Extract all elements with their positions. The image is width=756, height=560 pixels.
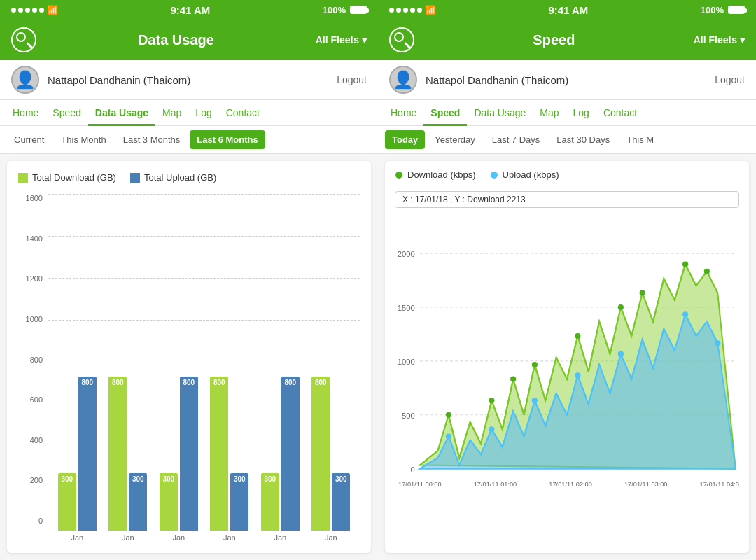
bar-download-1: 300	[58, 473, 76, 531]
right-legend-upload: Upload (kbps)	[490, 169, 559, 180]
user-icon: 👤	[15, 70, 36, 90]
download-dot-2	[489, 398, 494, 403]
right-nav-speed[interactable]: Speed	[424, 100, 467, 126]
left-nav-map[interactable]: Map	[155, 100, 188, 126]
bar-upload-6: 300	[332, 473, 350, 531]
right-user-icon: 👤	[393, 70, 414, 90]
wifi-icon: 📶	[47, 5, 58, 15]
left-y-axis: 1600 1400 1200 1000 800 600 400 200 0	[18, 194, 43, 542]
upload-dot-2	[489, 426, 494, 432]
bar-upload-5: 800	[281, 377, 300, 531]
upload-dot-1	[446, 433, 451, 439]
left-nav-tabs: Home Speed Data Usage Map Log Contact	[0, 100, 378, 126]
bar-download-3: 300	[160, 473, 178, 531]
right-period-this[interactable]: This M	[620, 130, 661, 149]
download-color-swatch	[18, 173, 28, 183]
bar-group-4: 800 300	[210, 377, 248, 531]
download-dot-5	[575, 333, 580, 339]
left-period-this-month[interactable]: This Month	[54, 130, 113, 149]
left-logout-button[interactable]: Logout	[337, 74, 367, 85]
left-nav-data-usage[interactable]: Data Usage	[88, 100, 155, 126]
right-nav-log[interactable]: Log	[566, 100, 596, 126]
svg-point-0	[396, 172, 402, 178]
right-status-left: 📶	[389, 5, 436, 15]
download-dot-6	[618, 304, 624, 310]
right-wifi-icon: 📶	[425, 5, 436, 15]
right-period-last-7[interactable]: Last 7 Days	[485, 130, 547, 149]
right-battery-icon	[728, 6, 745, 14]
bar-upload-1: 800	[78, 377, 97, 531]
right-period-tabs: Today Yesterday Last 7 Days Last 30 Days…	[378, 126, 756, 154]
left-nav-contact[interactable]: Contact	[219, 100, 267, 126]
bar-upload-2: 300	[129, 473, 147, 531]
right-user-bar: 👤 Nattapol Dandhanin (Thaicom) Logout	[378, 60, 756, 100]
left-period-tabs: Current This Month Last 3 Months Last 6 …	[0, 126, 378, 154]
x-label-1: 17/01/11 01:00	[474, 481, 517, 488]
right-period-last-30[interactable]: Last 30 Days	[550, 130, 617, 149]
speed-tooltip: X : 17/01/18 , Y : Download 2213	[395, 191, 739, 208]
right-download-dot-icon	[395, 171, 403, 179]
right-logout-button[interactable]: Logout	[715, 74, 745, 85]
x-label-3: 17/01/11 03:00	[624, 481, 668, 488]
left-phone: 📶 9:41 AM 100% Data Usage All Fleets ▾ 👤…	[0, 0, 378, 560]
right-user-name: Nattapol Dandhanin (Thaicom)	[426, 74, 715, 86]
y-label-500: 500	[402, 412, 415, 420]
bar-download-6: 800	[312, 377, 330, 531]
right-app-title: Speed	[414, 32, 694, 48]
right-nav-contact[interactable]: Contact	[596, 100, 644, 126]
left-status-bar: 📶 9:41 AM 100%	[0, 0, 378, 20]
download-dot-9	[704, 269, 710, 274]
right-upload-dot-icon	[490, 171, 498, 179]
left-period-current[interactable]: Current	[7, 130, 51, 149]
bar-download-5: 300	[261, 473, 279, 531]
left-nav-log[interactable]: Log	[188, 100, 218, 126]
bar-group-3: 300 800	[160, 377, 198, 531]
right-nav-home[interactable]: Home	[384, 100, 424, 126]
left-battery-icon	[350, 6, 367, 14]
y-label-2000: 2000	[398, 250, 415, 258]
right-search-button[interactable]	[389, 27, 414, 52]
left-legend-download: Total Download (GB)	[18, 172, 116, 183]
left-nav-speed[interactable]: Speed	[46, 100, 88, 126]
bar-group-6: 800 300	[312, 377, 350, 531]
left-period-last-3[interactable]: Last 3 Months	[116, 130, 188, 149]
right-legend-upload-label: Upload (kbps)	[503, 169, 559, 180]
left-search-button[interactable]	[11, 27, 36, 52]
tooltip-text: X : 17/01/18 , Y : Download 2213	[402, 195, 526, 204]
left-chart-legend: Total Download (GB) Total Upload (GB)	[18, 172, 360, 183]
right-period-today[interactable]: Today	[385, 130, 425, 149]
left-bar-chart: 1600 1400 1200 1000 800 600 400 200 0	[18, 194, 360, 542]
right-status-right-group: 100%	[701, 5, 745, 15]
right-nav-map[interactable]: Map	[533, 100, 566, 126]
left-fleet-selector[interactable]: All Fleets ▾	[316, 34, 367, 46]
right-status-time: 9:41 AM	[548, 4, 588, 16]
chevron-down-icon: ▾	[362, 34, 367, 46]
left-x-labels: Jan Jan Jan Jan Jan Jan	[48, 531, 360, 542]
left-legend-upload: Total Upload (GB)	[130, 172, 216, 183]
bar-download-4: 800	[210, 377, 228, 531]
bar-upload-4: 300	[230, 473, 248, 531]
right-chart-container: Download (kbps) Upload (kbps) X : 17/01/…	[385, 161, 749, 553]
download-dot-4	[532, 362, 538, 368]
right-signal-dots	[389, 8, 422, 13]
right-phone: 📶 9:41 AM 100% Speed All Fleets ▾ 👤 Natt…	[378, 0, 756, 560]
left-period-last-6[interactable]: Last 6 Months	[190, 130, 265, 149]
left-fleet-label: All Fleets	[316, 34, 359, 46]
signal-dots	[11, 8, 44, 13]
right-period-yesterday[interactable]: Yesterday	[428, 130, 482, 149]
right-chevron-down-icon: ▾	[740, 34, 745, 46]
y-label-1000: 1000	[398, 358, 415, 366]
left-nav-home[interactable]: Home	[6, 100, 46, 126]
upload-dot-5	[618, 351, 624, 357]
right-battery-pct: 100%	[701, 5, 724, 15]
right-nav-tabs: Home Speed Data Usage Map Log Contact	[378, 100, 756, 126]
upload-dot-7	[715, 340, 720, 346]
left-chart-main: 300 800 800 300 300 800	[48, 194, 360, 542]
right-nav-data-usage[interactable]: Data Usage	[467, 100, 533, 126]
bar-group-1: 300 800	[58, 377, 97, 531]
left-status-time: 9:41 AM	[170, 4, 210, 16]
bar-group-2: 800 300	[108, 377, 147, 531]
right-chart-legend: Download (kbps) Upload (kbps)	[395, 169, 739, 180]
x-label-0: 17/01/11 00:00	[398, 481, 442, 488]
right-fleet-selector[interactable]: All Fleets ▾	[694, 34, 745, 46]
